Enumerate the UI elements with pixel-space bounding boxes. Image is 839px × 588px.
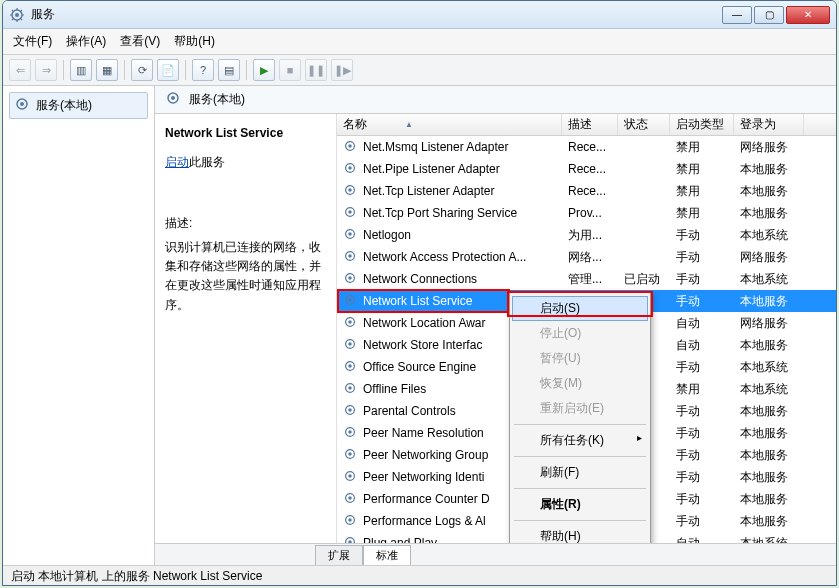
nav-item-services-local[interactable]: 服务(本地) xyxy=(9,92,148,119)
menubar: 文件(F) 操作(A) 查看(V) 帮助(H) xyxy=(3,29,836,55)
close-button[interactable]: ✕ xyxy=(786,6,830,24)
svg-point-39 xyxy=(348,496,352,500)
restart-service-button[interactable]: ❚▶ xyxy=(331,59,353,81)
service-row[interactable]: Net.Tcp Port Sharing ServiceProv...禁用本地服… xyxy=(337,202,836,224)
service-name: Network Access Protection A... xyxy=(363,250,526,264)
column-header-startup[interactable]: 启动类型 xyxy=(670,114,734,135)
menu-help[interactable]: 帮助(H) xyxy=(174,33,215,50)
column-header-logon[interactable]: 登录为 xyxy=(734,114,804,135)
svg-point-1 xyxy=(15,13,19,17)
start-service-link[interactable]: 启动 xyxy=(165,154,189,171)
list-header: 名称 ▲ 描述 状态 启动类型 登录为 xyxy=(337,114,836,136)
service-name: Network Store Interfac xyxy=(363,338,482,352)
ctx-item[interactable]: 帮助(H) xyxy=(512,524,648,543)
tab-standard[interactable]: 标准 xyxy=(363,545,411,565)
service-logon: 本地服务 xyxy=(734,337,804,354)
svg-point-31 xyxy=(348,408,352,412)
ctx-item[interactable]: 属性(R) xyxy=(512,492,648,517)
details-pane-button[interactable]: ▦ xyxy=(96,59,118,81)
gear-icon xyxy=(343,249,359,265)
svg-point-7 xyxy=(348,144,352,148)
service-row[interactable]: Netlogon为用...手动本地系统 xyxy=(337,224,836,246)
service-logon: 网络服务 xyxy=(734,139,804,156)
service-startup: 手动 xyxy=(670,447,734,464)
show-hide-tree-button[interactable]: ▥ xyxy=(70,59,92,81)
gear-icon xyxy=(343,161,359,177)
menu-view[interactable]: 查看(V) xyxy=(120,33,160,50)
properties-button[interactable]: ▤ xyxy=(218,59,240,81)
refresh-button[interactable]: ⟳ xyxy=(131,59,153,81)
service-startup: 手动 xyxy=(670,271,734,288)
ctx-item: 恢复(M) xyxy=(512,371,648,396)
column-header-status[interactable]: 状态 xyxy=(618,114,670,135)
titlebar[interactable]: 服务 — ▢ ✕ xyxy=(3,1,836,29)
service-name: Net.Tcp Listener Adapter xyxy=(363,184,494,198)
service-name: Net.Msmq Listener Adapter xyxy=(363,140,508,154)
svg-point-43 xyxy=(348,540,352,543)
gear-icon xyxy=(165,90,181,109)
start-service-button[interactable]: ▶ xyxy=(253,59,275,81)
service-name: Net.Pipe Listener Adapter xyxy=(363,162,500,176)
ctx-item[interactable]: 刷新(F) xyxy=(512,460,648,485)
service-row[interactable]: Net.Pipe Listener AdapterRece...禁用本地服务 xyxy=(337,158,836,180)
service-status: 已启动 xyxy=(618,271,670,288)
minimize-button[interactable]: — xyxy=(722,6,752,24)
ctx-item: 停止(O) xyxy=(512,321,648,346)
gear-icon xyxy=(343,469,359,485)
svg-point-5 xyxy=(171,96,175,100)
tab-extended[interactable]: 扩展 xyxy=(315,545,363,565)
service-row[interactable]: Net.Tcp Listener AdapterRece...禁用本地服务 xyxy=(337,180,836,202)
gear-icon xyxy=(343,381,359,397)
menu-file[interactable]: 文件(F) xyxy=(13,33,52,50)
service-row[interactable]: Network Connections管理...已启动手动本地系统 xyxy=(337,268,836,290)
nav-tree: 服务(本地) xyxy=(3,86,155,565)
service-logon: 网络服务 xyxy=(734,249,804,266)
pause-service-button[interactable]: ❚❚ xyxy=(305,59,327,81)
status-text: 启动 本地计算机 上的服务 Network List Service xyxy=(11,569,262,583)
svg-point-29 xyxy=(348,386,352,390)
services-icon xyxy=(9,7,25,23)
svg-point-13 xyxy=(348,210,352,214)
service-name: Peer Networking Identi xyxy=(363,470,484,484)
stop-service-button[interactable]: ■ xyxy=(279,59,301,81)
service-row[interactable]: Net.Msmq Listener AdapterRece...禁用网络服务 xyxy=(337,136,836,158)
column-header-name[interactable]: 名称 ▲ xyxy=(337,114,562,135)
svg-point-27 xyxy=(348,364,352,368)
service-name: Peer Networking Group xyxy=(363,448,488,462)
service-name: Net.Tcp Port Sharing Service xyxy=(363,206,517,220)
description-pane: Network List Service 启动此服务 描述: 识别计算机已连接的… xyxy=(155,114,337,543)
service-startup: 手动 xyxy=(670,425,734,442)
help-button[interactable]: ? xyxy=(192,59,214,81)
view-tabs: 扩展 标准 xyxy=(155,543,836,565)
svg-point-3 xyxy=(20,102,24,106)
svg-point-15 xyxy=(348,232,352,236)
service-startup: 自动 xyxy=(670,337,734,354)
service-logon: 本地服务 xyxy=(734,403,804,420)
service-desc: 为用... xyxy=(562,227,618,244)
maximize-button[interactable]: ▢ xyxy=(754,6,784,24)
menu-action[interactable]: 操作(A) xyxy=(66,33,106,50)
gear-icon xyxy=(343,403,359,419)
window-title: 服务 xyxy=(31,6,722,23)
gear-icon xyxy=(343,183,359,199)
gear-icon xyxy=(14,96,30,115)
svg-point-11 xyxy=(348,188,352,192)
service-startup: 手动 xyxy=(670,293,734,310)
gear-icon xyxy=(343,535,359,543)
column-header-desc[interactable]: 描述 xyxy=(562,114,618,135)
service-name: Parental Controls xyxy=(363,404,456,418)
ctx-item[interactable]: 所有任务(K) xyxy=(512,428,648,453)
svg-point-17 xyxy=(348,254,352,258)
nav-forward-button[interactable]: ⇒ xyxy=(35,59,57,81)
sort-asc-icon: ▲ xyxy=(405,120,413,129)
gear-icon xyxy=(343,359,359,375)
nav-back-button[interactable]: ⇐ xyxy=(9,59,31,81)
list-title: 服务(本地) xyxy=(189,91,245,108)
description-label: 描述: xyxy=(165,215,326,232)
service-name: Network Location Awar xyxy=(363,316,486,330)
ctx-item[interactable]: 启动(S) xyxy=(512,296,648,321)
export-list-button[interactable]: 📄 xyxy=(157,59,179,81)
ctx-item: 重新启动(E) xyxy=(512,396,648,421)
service-row[interactable]: Network Access Protection A...网络...手动网络服… xyxy=(337,246,836,268)
gear-icon xyxy=(343,425,359,441)
